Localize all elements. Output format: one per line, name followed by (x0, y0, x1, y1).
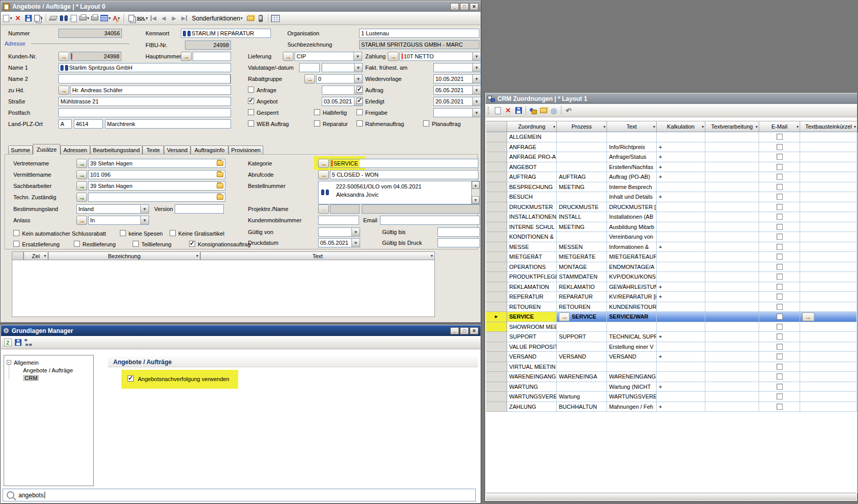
sachbearbeiter-lookup-button[interactable]: → (76, 181, 87, 191)
zuhd-field[interactable]: Hr. Andreas Schäfer (70, 86, 231, 95)
cell-selector[interactable]: ► (486, 312, 507, 322)
cell-prozess[interactable] (557, 162, 607, 173)
zahlung-combo[interactable]: 10T NETTO▼ (400, 52, 481, 61)
cell-textbausteinkuerzel[interactable] (800, 132, 857, 142)
cell-zuordnung[interactable]: REKLAMATION (507, 282, 557, 292)
save-button[interactable] (13, 338, 23, 348)
cell-kalkulation[interactable]: + (657, 172, 705, 182)
cell-textbausteinkuerzel[interactable] (800, 302, 857, 312)
rahmenauftrag-checkbox[interactable] (357, 120, 363, 127)
cell-email[interactable] (759, 292, 800, 302)
phone-button[interactable] (256, 13, 265, 24)
header-prozess[interactable]: Prozess▾ (557, 121, 607, 132)
dropdown-button[interactable]: ▼ (472, 86, 480, 94)
cell-textbausteinkuerzel[interactable] (800, 272, 857, 282)
toolbar-grip[interactable] (488, 107, 491, 115)
cell-selector[interactable] (486, 402, 507, 412)
cell-textbausteinkuerzel[interactable] (800, 292, 857, 302)
email-checkbox[interactable] (777, 324, 783, 330)
maximize-button[interactable]: □ (460, 327, 469, 334)
cell-text[interactable]: Info/Richtpreis (607, 142, 657, 153)
binoculars-icon[interactable] (321, 190, 329, 195)
cell-prozess[interactable]: RETOUREN (557, 302, 607, 312)
lieferung-combo[interactable]: CIP▼ (295, 52, 362, 61)
cell-email[interactable] (759, 342, 800, 352)
suchbezeichnung-field[interactable]: STARLIM SPRITZGUSS GMBH - MARC (359, 40, 479, 49)
vermittlername-field[interactable]: 101 096 (88, 170, 225, 179)
cell-text[interactable]: KVP/DOKU/KONS (607, 272, 657, 282)
settings-tree[interactable]: − Allgemein Angebote / Aufträge CRM (4, 355, 94, 486)
valutatage-field[interactable] (299, 63, 320, 72)
cell-textverarbeitung[interactable] (705, 322, 759, 332)
cell-prozess[interactable]: MESSEN (557, 242, 607, 253)
cell-textverarbeitung[interactable] (705, 182, 759, 193)
tree-item-angebote-auftraege[interactable]: Angebote / Aufträge (23, 367, 73, 373)
cell-text[interactable]: Interne Besprech (607, 182, 657, 193)
kundennr-lookup-button[interactable]: → (58, 52, 69, 61)
cell-selector[interactable] (486, 152, 507, 162)
anlass-lookup-button[interactable]: → (76, 216, 87, 225)
cell-kalkulation[interactable]: + (657, 152, 705, 162)
cell-zuordnung[interactable]: REPERATUR (507, 292, 557, 302)
bestimmungsland-combo[interactable]: Inland▼ (76, 204, 149, 214)
email-checkbox[interactable] (777, 164, 783, 170)
cell-selector[interactable] (486, 192, 507, 202)
cell-email[interactable] (759, 132, 800, 142)
tab-texte[interactable]: Texte (142, 145, 164, 154)
cell-kalkulation[interactable]: + (657, 382, 705, 392)
header-textbausteinkuerzel[interactable]: Textbausteinkürzel▾ (800, 121, 857, 132)
cell-selector[interactable] (486, 222, 507, 233)
cell-textbausteinkuerzel[interactable] (800, 332, 857, 342)
email-checkbox[interactable] (777, 144, 783, 150)
email-checkbox[interactable] (777, 284, 783, 290)
cell-zuordnung[interactable]: PRODUKTPFLEGE (507, 272, 557, 282)
sql-button[interactable]: SQL▾ (137, 13, 148, 24)
cell-prozess[interactable]: INSTALL (557, 212, 607, 222)
cell-text[interactable]: WARTUNGSVERE (607, 392, 657, 402)
cell-email[interactable] (759, 362, 800, 372)
header-email[interactable]: E-Mail▾ (759, 121, 800, 132)
cell-textverarbeitung[interactable] (705, 242, 759, 253)
cell-email[interactable] (759, 212, 800, 222)
table-row[interactable]: INTERNE SCHULMEETINGAusbildung Mitarb (486, 222, 857, 233)
cell-textverarbeitung[interactable] (705, 222, 759, 233)
tab-adressen[interactable]: Adressen (60, 145, 90, 154)
cell-textverarbeitung[interactable] (705, 262, 759, 272)
cell-prozess[interactable]: DRUCKMUSTE (557, 202, 607, 213)
folder-icon[interactable] (217, 161, 223, 166)
spinner-control[interactable]: ▲▼ (230, 75, 231, 83)
cell-kalkulation[interactable]: + (657, 402, 705, 412)
cell-zuordnung[interactable]: WARTUNGSVERE (507, 392, 557, 402)
tab-summe[interactable]: Summe (8, 145, 33, 154)
cell-kalkulation[interactable] (657, 272, 705, 282)
cell-textbausteinkuerzel[interactable] (800, 212, 857, 222)
tab-provisionen[interactable]: Provisionen (228, 145, 263, 154)
table-row[interactable]: BESPRECHUNGMEETINGInterne Besprech (486, 182, 857, 193)
dropdown-button[interactable]: ▼ (351, 228, 360, 236)
table-row[interactable]: SUPPORTSUPPORTTECHNICAL SUPP+ (486, 332, 857, 342)
copy-pages-button[interactable] (127, 13, 136, 24)
save-button[interactable] (514, 106, 523, 116)
cell-prozess[interactable]: →SERVICE (557, 312, 607, 322)
auftrag-date-combo[interactable]: 05.05.2021▼ (433, 86, 481, 95)
cell-selector[interactable] (486, 202, 507, 213)
keine-spesen-checkbox[interactable] (120, 230, 126, 236)
cell-textverarbeitung[interactable] (705, 152, 759, 162)
cell-prozess[interactable]: MEETING (557, 182, 607, 193)
table-view-button[interactable] (271, 13, 280, 24)
header-textverarbeitung[interactable]: Textverarbeitung▾ (705, 121, 759, 132)
nav-next-button[interactable]: ▶ (170, 13, 179, 24)
zahlung-lookup-button[interactable]: → (388, 52, 399, 61)
email-checkbox[interactable] (777, 313, 783, 320)
freigabe-date-combo[interactable]: ▼ (433, 108, 481, 117)
cell-selector[interactable] (486, 362, 507, 372)
folder-icon[interactable] (217, 195, 223, 200)
table-row[interactable]: BESUCHInhalt und Details+ (486, 192, 857, 202)
table-row[interactable]: WARTUNGSVEREWartungWARTUNGSVERE (486, 392, 857, 402)
minimize-button[interactable]: _ (450, 327, 459, 334)
cell-textbausteinkuerzel[interactable] (800, 172, 857, 182)
fakt-fruehest-combo[interactable]: ▼ (433, 63, 481, 72)
dropdown-button[interactable]: ▼ (140, 216, 149, 224)
grid-header-text[interactable]: Text▾ (200, 251, 435, 260)
cell-selector[interactable] (486, 142, 507, 153)
